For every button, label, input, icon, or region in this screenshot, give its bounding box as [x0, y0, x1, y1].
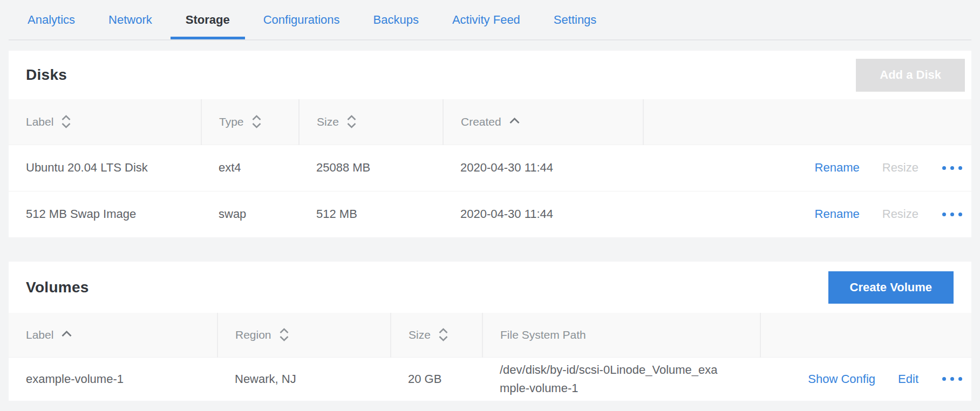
volumes-header-row: Label Region Size [9, 313, 971, 357]
ellipsis-menu-icon[interactable] [941, 209, 963, 220]
volumes-title: Volumes [26, 279, 89, 296]
volumes-actions-header [760, 313, 971, 357]
table-row: 512 MB Swap Image swap 512 MB 2020-04-30… [9, 191, 971, 237]
sort-both-icon [60, 114, 72, 129]
column-header-label: File System Path [500, 328, 586, 341]
ellipsis-menu-icon[interactable] [941, 163, 963, 173]
disks-sort-size[interactable]: Size [299, 99, 443, 145]
edit-link[interactable]: Edit [898, 372, 918, 386]
tab-configurations[interactable]: Configurations [248, 0, 355, 39]
volume-path-cell: /dev/disk/by-id/scsi-0Linode_Volume_exam… [482, 357, 760, 401]
disk-label-cell: 512 MB Swap Image [9, 191, 201, 237]
ellipsis-menu-icon[interactable] [941, 374, 963, 384]
sort-asc-icon [508, 117, 521, 124]
rename-link[interactable]: Rename [815, 207, 860, 221]
disks-header-row: Label Type Size [9, 99, 971, 145]
disks-sort-label[interactable]: Label [9, 99, 201, 145]
volumes-sort-size[interactable]: Size [391, 313, 482, 357]
disks-title: Disks [26, 66, 67, 84]
table-row: Ubuntu 20.04 LTS Disk ext4 25088 MB 2020… [9, 145, 971, 191]
tab-activity-feed[interactable]: Activity Feed [437, 0, 535, 39]
volume-region-cell: Newark, NJ [217, 357, 391, 401]
sort-both-icon [278, 327, 290, 342]
volumes-panel: Volumes Create Volume Label Region [9, 262, 971, 401]
column-header-label: Size [317, 115, 339, 128]
volumes-header-path: File System Path [482, 313, 760, 357]
column-header-label: Size [409, 328, 431, 341]
sort-asc-icon [60, 330, 73, 337]
show-config-link[interactable]: Show Config [808, 372, 875, 386]
volumes-panel-header: Volumes Create Volume [9, 262, 971, 313]
sort-both-icon [346, 114, 357, 129]
tab-backups[interactable]: Backups [358, 0, 434, 39]
resize-link[interactable]: Resize [882, 161, 918, 175]
disk-created-cell: 2020-04-30 11:44 [443, 191, 643, 237]
disks-table: Label Type Size [9, 99, 971, 237]
disk-size-cell: 512 MB [299, 191, 443, 237]
volumes-table: Label Region Size [9, 313, 971, 401]
disks-panel: Disks Add a Disk Label Type [9, 51, 971, 237]
disks-sort-type[interactable]: Type [201, 99, 299, 145]
tab-network[interactable]: Network [93, 0, 167, 39]
sort-both-icon [438, 327, 449, 342]
column-header-label: Type [219, 115, 244, 128]
disk-label-cell: Ubuntu 20.04 LTS Disk [9, 145, 201, 191]
column-header-label: Created [461, 115, 501, 128]
disks-panel-header: Disks Add a Disk [9, 51, 971, 99]
column-header-label: Label [26, 328, 53, 341]
volumes-sort-region[interactable]: Region [217, 313, 391, 357]
add-disk-button[interactable]: Add a Disk [856, 59, 965, 92]
disk-type-cell: ext4 [201, 145, 299, 191]
table-row: example-volume-1 Newark, NJ 20 GB /dev/d… [9, 357, 971, 401]
sort-both-icon [251, 114, 262, 129]
disk-size-cell: 25088 MB [299, 145, 443, 191]
column-header-label: Label [26, 115, 53, 128]
disk-created-cell: 2020-04-30 11:44 [443, 145, 643, 191]
rename-link[interactable]: Rename [815, 161, 860, 175]
volume-size-cell: 20 GB [391, 357, 482, 401]
tab-analytics[interactable]: Analytics [12, 0, 90, 39]
resize-link[interactable]: Resize [882, 207, 918, 221]
column-header-label: Region [235, 328, 271, 341]
disk-type-cell: swap [201, 191, 299, 237]
create-volume-button[interactable]: Create Volume [828, 271, 954, 304]
tab-bar: Analytics Network Storage Configurations… [9, 0, 971, 40]
tab-settings[interactable]: Settings [539, 0, 612, 39]
disks-sort-created[interactable]: Created [443, 99, 643, 145]
disks-actions-header [643, 99, 971, 145]
volume-label-cell: example-volume-1 [9, 357, 217, 401]
volumes-sort-label[interactable]: Label [9, 313, 217, 357]
tab-storage[interactable]: Storage [171, 0, 245, 39]
